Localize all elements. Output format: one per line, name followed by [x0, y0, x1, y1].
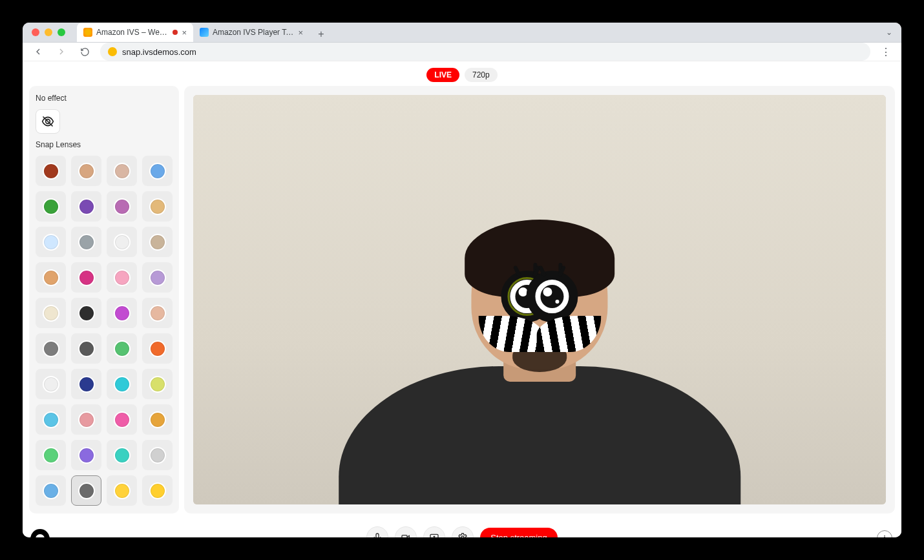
lens-icon [149, 234, 166, 251]
lens-button[interactable] [71, 156, 101, 186]
tab-title: Amazon IVS Player Tester [213, 28, 294, 37]
stop-streaming-button[interactable]: Stop streaming [480, 528, 557, 538]
lens-button[interactable] [71, 440, 101, 470]
window-maximize-button[interactable] [58, 28, 65, 36]
tab-title: Amazon IVS – Web Broadc [96, 28, 167, 37]
lens-button[interactable] [107, 369, 137, 399]
lens-icon [43, 447, 59, 464]
lens-button[interactable] [71, 333, 101, 364]
lens-button[interactable] [36, 156, 66, 186]
lens-button[interactable] [107, 191, 137, 222]
lens-button[interactable] [107, 404, 137, 435]
lens-icon [114, 163, 131, 180]
lens-button[interactable] [142, 156, 173, 186]
lens-icon [114, 234, 131, 251]
lens-icon [78, 198, 95, 215]
lens-button[interactable] [71, 227, 101, 257]
lens-button[interactable] [107, 156, 137, 186]
lens-icon [43, 340, 59, 357]
lens-button[interactable] [142, 333, 173, 364]
lens-button[interactable] [142, 404, 173, 435]
info-button[interactable]: i [877, 530, 892, 537]
lens-button[interactable] [107, 227, 137, 257]
lens-button[interactable] [142, 191, 173, 222]
video-pane [184, 86, 895, 513]
lens-button[interactable] [107, 262, 137, 293]
status-row: LIVE 720p [23, 61, 901, 86]
lens-icon [149, 482, 166, 499]
lens-button[interactable] [142, 369, 173, 399]
window-close-button[interactable] [32, 28, 39, 36]
lens-button[interactable] [71, 404, 101, 435]
live-badge: LIVE [426, 68, 459, 82]
lens-icon [149, 447, 166, 464]
address-bar[interactable]: snap.ivsdemos.com [100, 43, 870, 61]
video-preview [193, 95, 886, 504]
snap-lenses-label: Snap Lenses [36, 140, 173, 149]
lens-button[interactable] [107, 298, 137, 328]
logo-button[interactable] [30, 529, 50, 537]
lens-button[interactable] [142, 262, 173, 293]
new-tab-button[interactable]: + [313, 26, 329, 42]
lens-icon [114, 198, 131, 215]
window-controls [32, 28, 65, 36]
tab-close-button[interactable]: × [298, 28, 303, 37]
tab-strip: Amazon IVS – Web Broadc × Amazon IVS Pla… [77, 23, 329, 42]
svg-point-5 [461, 536, 464, 537]
lens-button[interactable] [36, 191, 66, 222]
lens-button[interactable] [71, 191, 101, 222]
lens-icon [114, 269, 131, 286]
lens-button[interactable] [142, 298, 173, 328]
tab-overflow-button[interactable]: ⌄ [886, 28, 892, 37]
lens-icon [43, 198, 59, 215]
lens-icon [78, 340, 95, 357]
tab-inactive[interactable]: Amazon IVS Player Tester × [193, 23, 310, 42]
nav-forward-button[interactable] [54, 44, 69, 59]
lens-button[interactable] [36, 227, 66, 257]
lens-button[interactable] [36, 475, 66, 506]
lens-icon [114, 305, 131, 322]
nav-reload-button[interactable] [77, 44, 92, 59]
lens-button[interactable] [71, 262, 101, 293]
main-row: No effect Snap Lenses [23, 86, 901, 520]
lens-button[interactable] [107, 333, 137, 364]
lens-icon [78, 482, 95, 499]
tab-active[interactable]: Amazon IVS – Web Broadc × [77, 23, 193, 42]
lens-button[interactable] [36, 440, 66, 470]
lens-icon [43, 411, 59, 428]
lens-icon [149, 340, 166, 357]
lens-button[interactable] [36, 369, 66, 399]
lens-button[interactable] [142, 227, 173, 257]
nav-back-button[interactable] [30, 44, 46, 59]
shirt [339, 366, 740, 504]
site-info-icon[interactable] [108, 47, 117, 56]
lens-button[interactable] [142, 475, 173, 506]
lens-button[interactable] [36, 298, 66, 328]
lens-button[interactable] [36, 404, 66, 435]
lens-button[interactable] [142, 440, 173, 470]
share-screen-icon [429, 532, 439, 537]
lens-icon [149, 198, 166, 215]
lens-button[interactable] [36, 262, 66, 293]
window-minimize-button[interactable] [45, 28, 52, 36]
camera-button[interactable] [395, 526, 417, 537]
no-effect-icon [41, 115, 54, 128]
lens-icon [78, 447, 95, 464]
browser-menu-button[interactable]: ⋮ [878, 44, 894, 59]
lens-button[interactable] [71, 475, 101, 506]
lens-button[interactable] [71, 298, 101, 328]
share-screen-button[interactable] [423, 526, 445, 537]
url-text: snap.ivsdemos.com [122, 47, 196, 57]
lens-button[interactable] [36, 333, 66, 364]
lens-button[interactable] [107, 440, 137, 470]
no-effect-button[interactable] [36, 109, 60, 134]
lens-icon [78, 234, 95, 251]
lens-icon [78, 305, 95, 322]
lens-button[interactable] [107, 475, 137, 506]
lens-button[interactable] [71, 369, 101, 399]
lens-icon [78, 269, 95, 286]
settings-button[interactable] [452, 526, 474, 537]
tab-close-button[interactable]: × [182, 28, 187, 37]
microphone-button[interactable] [366, 526, 388, 537]
svg-rect-2 [376, 534, 379, 537]
